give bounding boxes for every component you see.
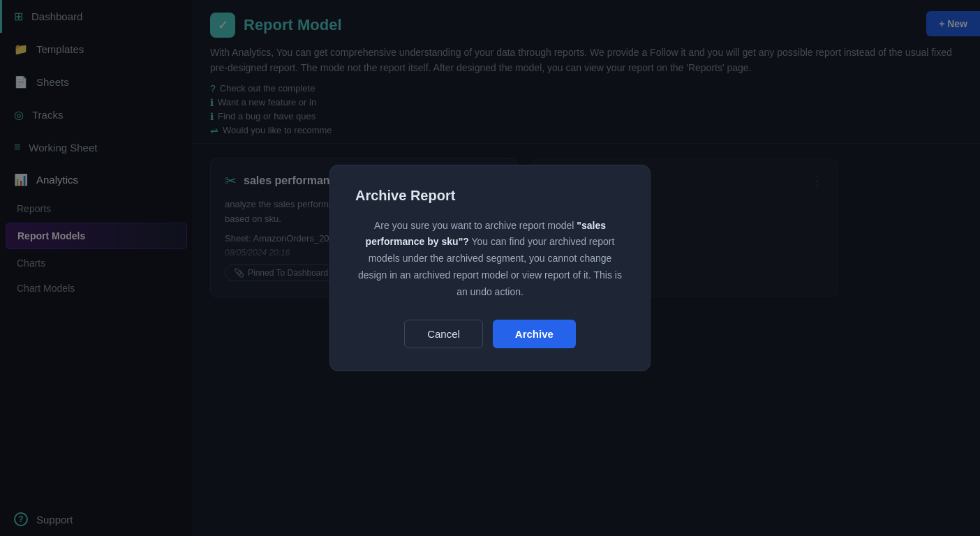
archive-button[interactable]: Archive <box>493 320 576 348</box>
modal-title: Archive Report <box>355 188 625 204</box>
archive-modal: Archive Report Are you sure you want to … <box>329 165 651 372</box>
modal-buttons: Cancel Archive <box>355 320 625 348</box>
modal-overlay[interactable]: Archive Report Are you sure you want to … <box>0 0 980 536</box>
modal-body: Are you sure you want to archive report … <box>355 218 625 301</box>
modal-body-text: Are you sure you want to archive report … <box>374 220 574 231</box>
cancel-button[interactable]: Cancel <box>404 320 483 348</box>
